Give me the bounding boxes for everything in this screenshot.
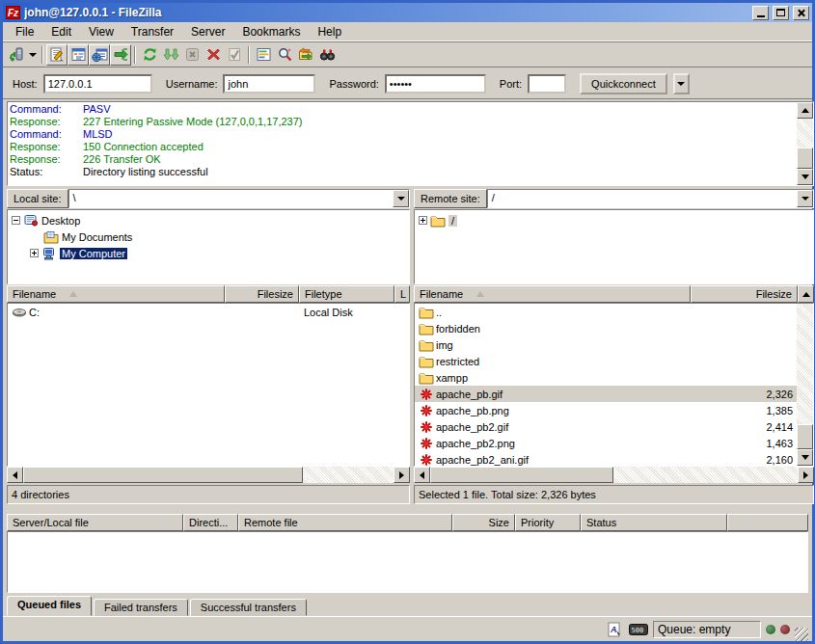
scroll-thumb[interactable] xyxy=(23,467,303,483)
remote-file-row[interactable]: apache_pb2.png 1,463 xyxy=(415,435,797,451)
remote-dir-row[interactable]: restricted xyxy=(415,353,797,369)
column-filename[interactable]: Filename xyxy=(7,285,225,303)
queue-tabs: Queued files Failed transfers Successful… xyxy=(7,595,808,616)
scroll-thumb[interactable] xyxy=(797,148,813,169)
tree-item-root[interactable]: / xyxy=(419,212,813,228)
toggle-log-button[interactable] xyxy=(46,44,68,66)
filter-button[interactable] xyxy=(316,44,338,66)
speedlimit-indicator[interactable]: 500 xyxy=(629,621,648,638)
remote-dir-row[interactable]: forbidden xyxy=(415,320,797,336)
username-input[interactable] xyxy=(223,74,315,94)
remote-site-value[interactable]: / xyxy=(488,190,797,207)
tab-queued-files[interactable]: Queued files xyxy=(7,596,92,616)
column-blank xyxy=(727,514,808,531)
image-file-icon xyxy=(419,388,434,401)
maximize-button[interactable] xyxy=(773,6,789,20)
column-last-modified[interactable]: L xyxy=(394,285,410,303)
scroll-right-button[interactable] xyxy=(798,467,814,483)
scroll-left-button[interactable] xyxy=(7,467,23,483)
local-site-dropdown[interactable] xyxy=(393,190,409,207)
remote-dir-row[interactable]: xampp xyxy=(415,369,797,386)
remote-dir-row[interactable]: img xyxy=(415,336,797,353)
ascii-datatype-indicator[interactable] xyxy=(605,621,624,638)
local-site-label: Local site: xyxy=(7,189,68,208)
local-site-combo[interactable]: \ xyxy=(68,189,410,208)
host-input[interactable] xyxy=(43,74,152,94)
compare-directories-button[interactable] xyxy=(253,44,274,66)
tree-item-my-computer[interactable]: My Computer xyxy=(12,245,409,261)
remote-site-combo[interactable]: / xyxy=(487,189,814,208)
disconnect-button[interactable] xyxy=(203,44,224,66)
local-file-row[interactable]: C: Local Disk xyxy=(8,304,409,320)
column-filename[interactable]: Filename xyxy=(414,285,691,303)
remote-file-row-selected[interactable]: apache_pb.gif 2,326 xyxy=(415,386,797,402)
tree-item-my-documents[interactable]: My Documents xyxy=(12,228,409,245)
tab-failed-transfers[interactable]: Failed transfers xyxy=(94,599,188,616)
reconnect-button[interactable] xyxy=(224,44,245,66)
remote-list-hscrollbar[interactable] xyxy=(414,467,814,483)
expand-icon[interactable] xyxy=(30,249,39,257)
tree-item-desktop[interactable]: Desktop xyxy=(12,212,409,228)
scroll-up-button[interactable] xyxy=(797,102,813,119)
minimize-button[interactable] xyxy=(752,6,769,20)
column-remote-file[interactable]: Remote file xyxy=(238,514,452,531)
scroll-track[interactable] xyxy=(797,119,813,169)
menu-server[interactable]: Server xyxy=(182,23,233,40)
remote-dir-row[interactable]: .. xyxy=(415,304,797,320)
toggle-local-tree-button[interactable] xyxy=(68,44,89,66)
message-log: Command:PASV Response:227 Entering Passi… xyxy=(7,101,814,186)
transfer-queue-list[interactable] xyxy=(7,531,808,593)
site-manager-button[interactable] xyxy=(6,44,27,66)
menu-bookmarks[interactable]: Bookmarks xyxy=(233,23,309,40)
quickconnect-button[interactable]: Quickconnect xyxy=(580,73,667,94)
toggle-queue-button[interactable] xyxy=(110,44,131,66)
title-bar[interactable]: Fz john@127.0.0.1 - FileZilla xyxy=(3,3,812,22)
column-filesize[interactable]: Filesize xyxy=(225,285,299,303)
column-priority[interactable]: Priority xyxy=(515,514,581,531)
remote-file-row[interactable]: apache_pb.png 1,385 xyxy=(415,402,797,418)
remote-list-vscrollbar[interactable] xyxy=(797,304,813,466)
scroll-track[interactable] xyxy=(23,467,394,483)
column-server-local-file[interactable]: Server/Local file xyxy=(7,514,183,531)
scroll-track[interactable] xyxy=(797,304,813,449)
expand-icon[interactable] xyxy=(419,216,427,225)
column-direction[interactable]: Directi... xyxy=(183,514,238,531)
menu-transfer[interactable]: Transfer xyxy=(122,23,182,40)
sync-browsing-button[interactable] xyxy=(295,44,316,66)
collapse-icon[interactable] xyxy=(12,216,20,225)
resize-grip[interactable] xyxy=(795,628,808,641)
scroll-thumb[interactable] xyxy=(430,467,613,483)
menu-edit[interactable]: Edit xyxy=(42,23,80,40)
remote-site-dropdown[interactable] xyxy=(797,190,813,207)
scroll-right-button[interactable] xyxy=(394,467,410,483)
process-queue-button[interactable] xyxy=(160,44,181,66)
column-filetype[interactable]: Filetype xyxy=(299,285,394,303)
search-button[interactable] xyxy=(274,44,295,66)
toggle-remote-tree-button[interactable] xyxy=(89,44,110,66)
scroll-track[interactable] xyxy=(430,467,798,483)
tab-successful-transfers[interactable]: Successful transfers xyxy=(190,599,307,616)
column-size[interactable]: Size xyxy=(452,514,515,531)
scroll-left-button[interactable] xyxy=(414,467,430,483)
scroll-up-button[interactable] xyxy=(798,285,814,303)
scroll-down-button[interactable] xyxy=(797,449,813,466)
menu-view[interactable]: View xyxy=(80,23,122,40)
refresh-button[interactable] xyxy=(139,44,160,66)
scroll-thumb[interactable] xyxy=(797,424,813,449)
cancel-operation-button[interactable] xyxy=(181,44,203,66)
port-input[interactable] xyxy=(528,74,566,94)
scroll-down-button[interactable] xyxy=(797,169,813,185)
site-manager-dropdown[interactable] xyxy=(27,44,39,66)
log-scrollbar[interactable] xyxy=(797,102,813,185)
remote-file-row[interactable]: apache_pb2.gif 2,414 xyxy=(415,418,797,435)
close-button[interactable] xyxy=(793,6,809,20)
column-status[interactable]: Status xyxy=(581,514,727,531)
password-input[interactable] xyxy=(385,74,486,94)
local-site-value[interactable]: \ xyxy=(69,190,393,207)
menu-file[interactable]: File xyxy=(7,23,42,40)
column-filesize[interactable]: Filesize xyxy=(691,285,798,303)
menu-help[interactable]: Help xyxy=(309,23,350,40)
local-list-hscrollbar[interactable] xyxy=(7,467,410,483)
quickconnect-dropdown[interactable] xyxy=(673,73,690,94)
remote-file-row[interactable]: apache_pb2_ani.gif 2,160 xyxy=(415,451,797,467)
